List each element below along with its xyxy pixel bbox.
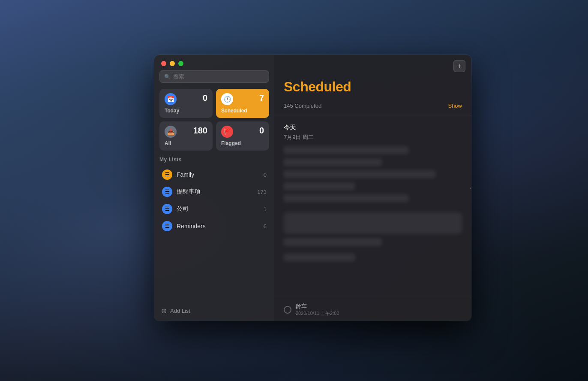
add-list-icon: ⊕	[161, 307, 167, 315]
app-window: 🔍 📅 0 Today 🕐 7 Scheduled 📥 180 All 🚩	[154, 55, 471, 321]
add-list-button[interactable]: ⊕ Add List	[154, 301, 274, 321]
today-icon: 📅	[165, 93, 177, 105]
today-count: 0	[203, 93, 207, 103]
bottom-task-info: 龄车 2020/10/11 上午2:00	[296, 302, 339, 317]
family-name: Family	[177, 171, 259, 178]
list-item-reminders[interactable]: ☰ Reminders 6	[159, 218, 269, 235]
resize-handle[interactable]: ›	[469, 181, 471, 194]
family-icon: ☰	[162, 169, 172, 180]
flagged-count: 0	[259, 126, 264, 136]
flagged-icon: 🚩	[221, 126, 233, 138]
blurred-task-4	[284, 182, 355, 190]
scheduled-icon: 🕐	[221, 93, 233, 105]
all-icon: 📥	[165, 126, 177, 138]
blurred-task-3	[284, 170, 435, 178]
task-list: 今天 7月9日 周二	[274, 115, 471, 298]
all-count: 180	[193, 126, 207, 136]
add-task-button[interactable]: +	[453, 60, 465, 72]
company-name: 公司	[177, 205, 259, 213]
list-item-reminders-cn[interactable]: ☰ 提醒事项 173	[159, 183, 269, 200]
scheduled-count: 7	[259, 93, 264, 103]
company-icon: ☰	[162, 204, 172, 214]
blurred-task-2	[284, 158, 382, 166]
task-checkbox[interactable]	[284, 306, 291, 314]
title-area: Scheduled	[274, 77, 471, 98]
completed-bar: 145 Completed Show	[274, 98, 471, 115]
smart-list-scheduled[interactable]: 🕐 7 Scheduled	[216, 89, 269, 118]
today-section-title: 今天	[284, 124, 462, 132]
scheduled-label: Scheduled	[221, 108, 264, 114]
smart-list-all[interactable]: 📥 180 All	[159, 121, 213, 151]
list-item-company[interactable]: ☰ 公司 1	[159, 200, 269, 218]
company-count: 1	[264, 206, 267, 212]
blurred-task-wide	[284, 212, 462, 234]
bottom-task-title: 龄车	[296, 302, 339, 310]
search-icon: 🔍	[164, 74, 171, 80]
date-section-subtitle: 7月9日 周二	[284, 133, 462, 141]
flagged-label: Flagged	[221, 140, 264, 146]
add-list-label: Add List	[170, 308, 190, 314]
smart-list-today[interactable]: 📅 0 Today	[159, 89, 213, 118]
sidebar: 🔍 📅 0 Today 🕐 7 Scheduled 📥 180 All 🚩	[154, 55, 274, 321]
main-content: + Scheduled 145 Completed Show 今天 7月9日 周…	[274, 55, 471, 321]
list-item-family[interactable]: ☰ Family 0	[159, 166, 269, 183]
smart-list-flagged[interactable]: 🚩 0 Flagged	[216, 121, 269, 151]
my-lists-header: My Lists	[159, 157, 269, 163]
bottom-task-date: 2020/10/11 上午2:00	[296, 310, 339, 317]
today-label: Today	[165, 108, 207, 114]
completed-text: 145 Completed	[284, 103, 321, 109]
reminders-icon: ☰	[162, 221, 172, 231]
all-label: All	[165, 140, 207, 146]
titlebar	[154, 55, 274, 70]
reminders-cn-icon: ☰	[162, 187, 172, 197]
add-task-icon: +	[457, 62, 461, 70]
main-header: +	[274, 55, 471, 77]
my-lists-section: My Lists ☰ Family 0 ☰ 提醒事项 173 ☰ 公司 1 ☰ …	[154, 157, 274, 301]
blurred-task-1	[284, 146, 408, 154]
show-button[interactable]: Show	[448, 103, 462, 109]
smart-lists-grid: 📅 0 Today 🕐 7 Scheduled 📥 180 All 🚩 0 Fl…	[154, 89, 274, 157]
page-title: Scheduled	[284, 79, 462, 95]
family-count: 0	[264, 172, 267, 178]
reminders-cn-count: 173	[257, 189, 267, 195]
search-bar[interactable]: 🔍	[159, 70, 269, 83]
reminders-count: 6	[264, 223, 267, 230]
minimize-button[interactable]	[170, 61, 175, 66]
reminders-name: Reminders	[177, 223, 259, 230]
blurred-task-6	[284, 238, 382, 246]
blurred-task-5	[284, 194, 408, 202]
bottom-task[interactable]: 龄车 2020/10/11 上午2:00	[274, 298, 471, 321]
maximize-button[interactable]	[178, 61, 183, 66]
reminders-cn-name: 提醒事项	[177, 188, 253, 196]
close-button[interactable]	[161, 61, 166, 66]
blurred-task-7	[284, 254, 355, 261]
search-input[interactable]	[173, 73, 264, 80]
